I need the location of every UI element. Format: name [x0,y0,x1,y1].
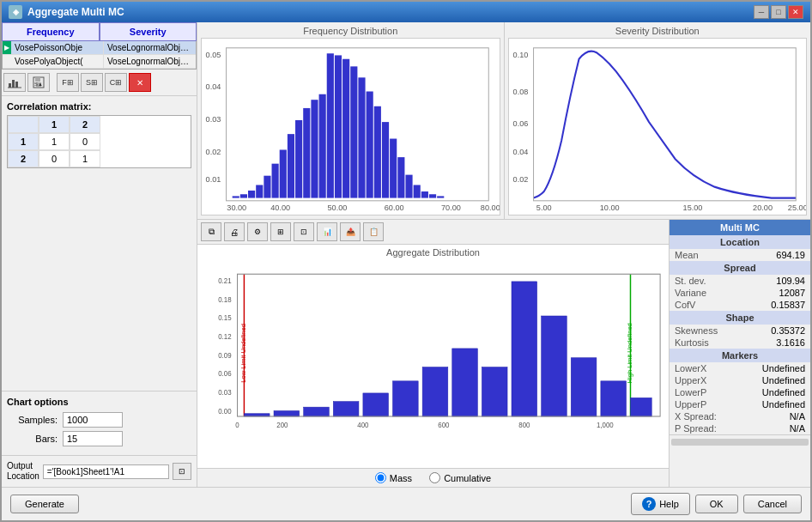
fit-btn[interactable]: ⊞ [270,222,291,241]
svg-rect-22 [256,185,263,197]
svg-rect-88 [571,358,597,416]
location-header: Location [670,235,810,249]
upperx-label: UpperX [675,375,706,385]
svg-rect-19 [233,196,239,197]
generate-button[interactable]: Generate [10,495,79,513]
mass-label: Mass [390,473,412,483]
skewness-row: Skewness 0.35372 [670,325,810,337]
zoom-fit-btn[interactable]: ⊡ [294,222,314,241]
bottom-section: ⧉ 🖨 ⚙ ⊞ ⊡ 📊 📤 📋 Aggregate Distribution [197,220,810,487]
svg-text:10.00: 10.00 [599,202,619,211]
export-btn[interactable]: 📤 [340,222,361,241]
print-btn[interactable]: 🖨 [224,222,245,241]
titlebar-controls[interactable]: ─ □ ✕ [754,5,803,19]
sev-grid-btn[interactable]: S⊞ [81,73,103,92]
delete-btn[interactable]: ✕ [129,73,151,92]
output-input[interactable] [43,464,169,479]
close-button[interactable]: ✕ [788,5,803,19]
cumulative-radio[interactable]: Cumulative [429,472,491,483]
svg-text:0.02: 0.02 [206,147,221,156]
mass-radio-input[interactable] [375,472,386,483]
svg-text:Low Limit Undefined: Low Limit Undefined [240,324,248,383]
matrix-header-2: 2 [70,116,100,133]
matrix-header-1: 1 [39,116,70,133]
edit-btn[interactable]: ⚙ [247,222,268,241]
svg-rect-86 [512,282,537,416]
svg-rect-20 [240,194,247,197]
svg-rect-37 [374,106,381,198]
svg-text:0.03: 0.03 [206,114,221,124]
svg-rect-31 [327,53,334,197]
freq-cell: VosePolyaObject( [11,55,104,68]
corr-grid-btn[interactable]: C⊞ [105,73,127,92]
pspread-value: N/A [790,423,805,434]
svg-text:50.00: 50.00 [327,202,347,211]
action-left: Generate [10,495,79,513]
matrix-cell-12[interactable]: 0 [70,133,100,150]
cumulative-radio-input[interactable] [429,472,440,483]
svg-rect-91 [237,274,660,416]
cancel-button[interactable]: Cancel [743,495,802,513]
bars-input[interactable] [63,431,123,446]
svg-text:5.00: 5.00 [536,202,551,211]
matrix-row-label-2: 2 [8,150,39,167]
matrix-cell-22[interactable]: 1 [70,150,100,167]
svg-rect-40 [397,157,404,197]
minimize-button[interactable]: ─ [754,5,769,19]
aggregate-chart-title: Aggregate Distribution [197,245,669,260]
svg-rect-81 [363,393,389,416]
svg-rect-1 [12,80,15,88]
svg-text:0.12: 0.12 [218,332,232,341]
samples-input[interactable] [63,412,123,428]
mean-value: 694.19 [776,250,805,260]
matrix-row-2: 2 0 1 [8,150,191,167]
svg-text:0.01: 0.01 [206,174,221,184]
markers-header: Markers [670,349,810,362]
table-row[interactable]: ▶ VosePoissonObje VoseLognormalObject(1 [3,41,196,55]
skewness-label: Skewness [675,325,718,336]
sev-chart-container: Severity Distribution 0.10 0.08 0.06 0.0… [505,22,811,219]
svg-rect-43 [421,191,428,198]
svg-rect-24 [272,164,279,198]
save-btn[interactable]: S▲ [27,73,50,92]
chart-options: Chart options Samples: Bars: [2,391,197,455]
output-picker-button[interactable]: ⊡ [173,463,191,480]
svg-rect-90 [630,398,651,416]
svg-text:20.00: 20.00 [753,202,773,211]
severity-header[interactable]: Severity [100,22,197,41]
correlation-matrix: 1 2 1 1 0 2 0 1 [7,115,191,168]
pspread-row: P Spread: N/A [670,422,810,434]
matrix-cell-21[interactable]: 0 [39,150,70,167]
svg-text:0.05: 0.05 [206,49,221,58]
svg-rect-79 [304,407,330,416]
svg-text:200: 200 [276,421,288,429]
matrix-header-row: 1 2 [8,116,191,133]
svg-rect-57 [533,48,796,201]
chart-btn[interactable] [3,73,26,92]
svg-text:1,000: 1,000 [597,421,614,429]
matrix-cell-11[interactable]: 1 [39,133,70,150]
svg-text:0.10: 0.10 [512,49,528,58]
frequency-header[interactable]: Frequency [2,22,100,41]
stats-scrollbar[interactable] [670,434,810,448]
copy-btn[interactable]: ⧉ [201,222,221,241]
help-button[interactable]: ? Help [631,493,690,515]
svg-text:0: 0 [235,421,239,429]
svg-rect-27 [295,120,302,198]
titlebar: ◈ Aggregate Multi MC ─ □ ✕ [2,2,810,22]
freq-grid-btn[interactable]: F⊞ [57,73,79,92]
variance-value: 12087 [779,288,805,298]
chart-type-btn[interactable]: 📊 [317,222,337,241]
ok-button[interactable]: OK [695,495,738,513]
action-right: ? Help OK Cancel [631,493,802,515]
mass-radio[interactable]: Mass [375,472,412,483]
window-title: Aggregate Multi MC [27,6,124,18]
svg-text:0.18: 0.18 [218,294,232,303]
table-row[interactable]: VosePolyaObject( VoseLognormalObject(1 [3,55,196,69]
maximize-button[interactable]: □ [771,5,786,19]
data-btn[interactable]: 📋 [363,222,384,241]
sev-cell: VoseLognormalObject(1 [104,55,196,68]
svg-text:30.00: 30.00 [227,202,246,211]
chart-options-label: Chart options [7,397,191,407]
svg-rect-44 [429,194,436,197]
